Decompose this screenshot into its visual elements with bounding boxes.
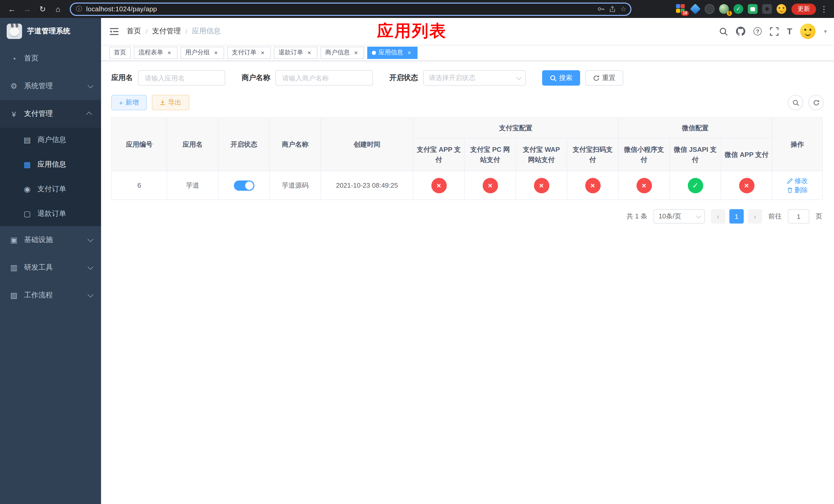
tab-close-icon[interactable]: × [406, 49, 413, 56]
chevron-down-icon [88, 292, 94, 298]
search-icon[interactable] [719, 27, 728, 36]
sidebar-item-payment[interactable]: ¥ 支付管理 [0, 100, 101, 128]
sidebar-item-label: 首页 [24, 54, 39, 63]
tab-close-icon[interactable]: × [352, 49, 359, 56]
chevron-down-icon [517, 75, 522, 80]
tab-label: 退款订单 [279, 48, 303, 57]
sidebar-menu: ◔ 首页 ⚙ 系统管理 ¥ 支付管理 ▤ 商户信息 [0, 45, 101, 504]
tab-user-group[interactable]: 用户分组 × [180, 46, 224, 59]
reset-button[interactable]: 重置 [585, 70, 623, 86]
url-text[interactable]: localhost:1024/pay/app [86, 5, 593, 13]
sidebar-item-infrastructure[interactable]: ▣ 基础设施 [0, 226, 101, 254]
tab-close-icon[interactable]: × [166, 49, 173, 56]
merchant-name-input[interactable] [276, 70, 373, 86]
add-button-label: 新增 [126, 98, 139, 107]
sidebar-collapse-icon[interactable] [101, 18, 127, 45]
dashboard-icon: ◔ [9, 54, 19, 63]
sidebar-item-label: 基础设施 [24, 235, 53, 245]
check-icon: ✓ [687, 178, 703, 193]
breadcrumb-home[interactable]: 首页 [127, 27, 141, 36]
devtools-icon: ▥ [9, 263, 19, 272]
password-key-icon[interactable] [597, 5, 605, 13]
reset-button-label: 重置 [602, 73, 615, 83]
sidebar-subitem-merchant-info[interactable]: ▤ 商户信息 [0, 128, 101, 152]
fullscreen-icon[interactable] [770, 27, 778, 36]
github-icon[interactable] [736, 27, 745, 36]
tab-process-form[interactable]: 流程表单 × [134, 46, 177, 59]
share-icon[interactable] [609, 5, 616, 13]
refresh-table-icon[interactable] [808, 95, 824, 110]
tab-label: 商户信息 [325, 48, 350, 57]
active-tab-dot [372, 50, 376, 54]
export-button[interactable]: 导出 [152, 95, 189, 110]
sidebar-subitem-pay-order[interactable]: ◉ 支付订单 [0, 177, 101, 202]
user-avatar[interactable] [800, 24, 816, 39]
status-label: 开启状态 [389, 73, 418, 83]
search-button[interactable]: 搜索 [542, 70, 580, 86]
sidebar-subitem-app-info[interactable]: ▦ 应用信息 [0, 152, 101, 177]
caret-down-icon[interactable]: ▾ [824, 28, 827, 35]
yen-icon: ¥ [9, 110, 19, 118]
sidebar-subitem-refund-order[interactable]: ▢ 退款订单 [0, 202, 101, 226]
extension-profile-icon[interactable]: 1 [719, 4, 729, 14]
browser-reload-button[interactable]: ↻ [36, 2, 49, 16]
app-logo[interactable]: 芋道管理系统 [0, 18, 101, 45]
sidebar-item-devtools[interactable]: ▥ 研发工具 [0, 254, 101, 281]
tab-close-icon[interactable]: × [306, 49, 313, 56]
tab-close-icon[interactable]: × [212, 49, 220, 56]
pagination: 共 1 条 10条/页 ‹ 1 › 前往 页 [111, 209, 822, 224]
next-page-button[interactable]: › [748, 209, 762, 224]
col-merchant: 商户名称 [269, 118, 321, 171]
toggle-search-icon[interactable] [788, 95, 803, 110]
goto-page-input[interactable] [788, 209, 809, 224]
page-number-button[interactable]: 1 [729, 209, 744, 224]
cross-icon: × [482, 178, 498, 193]
add-button[interactable]: + 新增 [111, 95, 147, 110]
sidebar-item-label: 研发工具 [24, 263, 53, 272]
extensions-puzzle-icon[interactable] [762, 4, 772, 14]
app-name-input[interactable] [138, 70, 225, 86]
bookmark-star-icon[interactable]: ☆ [620, 5, 626, 13]
extension-green-circle-icon[interactable]: ✓ [733, 4, 743, 14]
extension-wechat-icon[interactable] [748, 4, 758, 14]
navbar-actions: ? T ▾ [719, 24, 834, 39]
address-bar[interactable]: ⓘ localhost:1024/pay/app ☆ [70, 2, 631, 16]
chrome-update-button[interactable]: 更新 [791, 3, 816, 15]
plus-icon: + [119, 99, 123, 107]
site-info-icon[interactable]: ⓘ [76, 5, 82, 13]
tab-refund-order[interactable]: 退款订单 × [274, 46, 317, 59]
tab-close-icon[interactable]: × [259, 49, 266, 56]
app-table: 应用编号 应用名 开启状态 商户名称 创建时间 支付宝配置 微信配置 操作 支付… [111, 117, 823, 200]
edit-label: 修改 [794, 176, 808, 185]
refund-doc-icon: ▢ [23, 209, 32, 219]
chrome-menu-icon[interactable]: ⋮ [820, 4, 828, 14]
tab-pay-order[interactable]: 支付订单 × [227, 46, 271, 59]
cell-alipay-pc: × [464, 171, 516, 200]
status-toggle[interactable] [234, 180, 254, 190]
tab-app-info[interactable]: 应用信息 × [367, 46, 418, 59]
cross-icon: × [585, 178, 600, 193]
help-icon[interactable]: ? [753, 27, 762, 36]
browser-forward-button[interactable]: → [21, 2, 34, 16]
font-size-icon[interactable]: T [787, 27, 792, 36]
tab-merchant-info[interactable]: 商户信息 × [321, 46, 364, 59]
browser-home-button[interactable]: ⌂ [51, 2, 65, 16]
extension-emoji-icon[interactable] [776, 4, 786, 14]
workflow-icon: ▨ [9, 291, 19, 300]
tab-home[interactable]: 首页 [109, 46, 131, 59]
cell-merchant: 芋道源码 [269, 171, 321, 200]
prev-page-button[interactable]: ‹ [711, 209, 725, 224]
delete-link[interactable]: 删除 [787, 185, 808, 194]
cell-app-name: 芋道 [167, 171, 218, 200]
sidebar-item-system[interactable]: ⚙ 系统管理 [0, 72, 101, 100]
browser-back-button[interactable]: ← [5, 2, 19, 16]
extension-dark-circle-icon[interactable] [705, 4, 715, 14]
sidebar-item-home[interactable]: ◔ 首页 [0, 45, 101, 72]
sidebar-item-workflow[interactable]: ▨ 工作流程 [0, 281, 101, 309]
extension-diamond-icon[interactable] [690, 4, 701, 14]
breadcrumb-payment[interactable]: 支付管理 [152, 27, 181, 36]
page-size-select[interactable]: 10条/页 [654, 209, 705, 224]
extension-grid-icon[interactable]: 10 [676, 4, 686, 14]
edit-link[interactable]: 修改 [787, 176, 808, 185]
status-select[interactable]: 请选择开启状态 [423, 70, 526, 86]
